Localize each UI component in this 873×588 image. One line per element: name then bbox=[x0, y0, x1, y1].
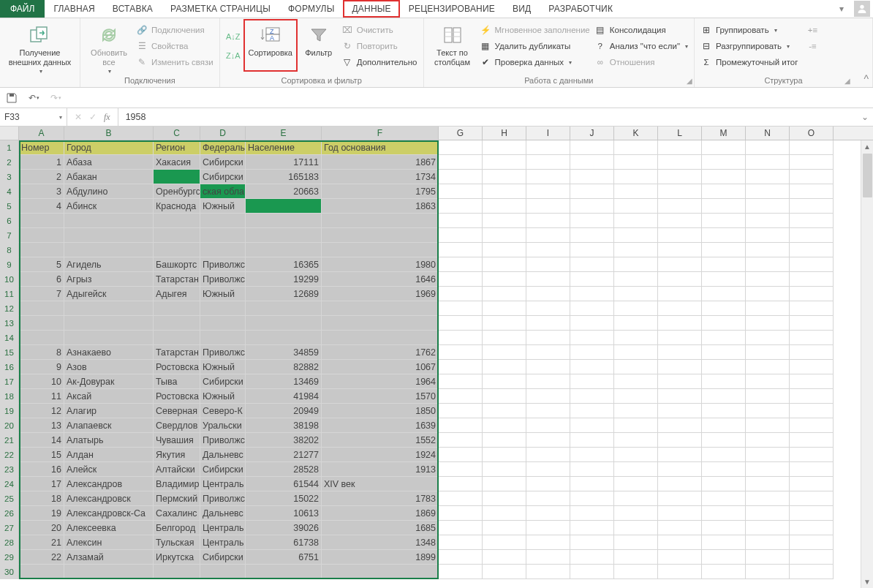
row-header[interactable]: 29 bbox=[0, 550, 19, 565]
select-all-corner[interactable] bbox=[0, 127, 19, 140]
cell[interactable]: 19 bbox=[19, 506, 64, 521]
cell[interactable] bbox=[658, 550, 702, 565]
cell[interactable] bbox=[658, 243, 702, 257]
cell[interactable]: 41984 bbox=[246, 389, 322, 404]
cell[interactable]: Абаза bbox=[64, 155, 154, 170]
cell[interactable] bbox=[526, 214, 570, 228]
cell[interactable] bbox=[154, 228, 200, 243]
cell[interactable] bbox=[658, 521, 702, 535]
cell[interactable]: Южный bbox=[200, 287, 246, 301]
cell[interactable]: 1795 bbox=[322, 184, 439, 199]
cell[interactable] bbox=[614, 301, 658, 316]
cell[interactable]: 12 bbox=[19, 404, 64, 418]
cell[interactable] bbox=[483, 477, 526, 491]
cell[interactable] bbox=[526, 360, 570, 374]
cell[interactable]: Татарстан bbox=[154, 345, 200, 360]
scroll-thumb[interactable] bbox=[863, 154, 872, 197]
cell[interactable] bbox=[658, 448, 702, 462]
cell[interactable] bbox=[658, 301, 702, 316]
cell[interactable] bbox=[790, 243, 834, 257]
cell[interactable] bbox=[658, 565, 702, 579]
row-header[interactable]: 15 bbox=[0, 345, 19, 360]
cell[interactable]: Централь bbox=[200, 477, 246, 491]
cell[interactable]: Северная bbox=[154, 404, 200, 418]
cell[interactable] bbox=[439, 521, 483, 535]
get-external-data-button[interactable]: Получение внешних данных ▾ bbox=[6, 20, 74, 75]
cell[interactable] bbox=[614, 448, 658, 462]
cell[interactable] bbox=[790, 228, 834, 243]
cell[interactable]: 13469 bbox=[246, 374, 322, 389]
row-header[interactable]: 24 bbox=[0, 477, 19, 491]
cell[interactable] bbox=[19, 243, 64, 257]
cell[interactable] bbox=[746, 448, 790, 462]
cell[interactable] bbox=[570, 287, 614, 301]
cell[interactable] bbox=[483, 214, 526, 228]
what-if-button[interactable]: ?Анализ "что если"▾ bbox=[594, 38, 688, 54]
cell[interactable] bbox=[702, 462, 746, 477]
cell[interactable]: 20 bbox=[19, 521, 64, 535]
cell[interactable] bbox=[439, 433, 483, 448]
data-validation-button[interactable]: ✔Проверка данных▾ bbox=[480, 54, 590, 70]
cell[interactable] bbox=[614, 491, 658, 506]
cell[interactable]: Уральски bbox=[200, 418, 246, 433]
cell[interactable] bbox=[570, 345, 614, 360]
cell[interactable] bbox=[614, 418, 658, 433]
tab-data[interactable]: ДАННЫЕ bbox=[343, 0, 399, 18]
cell[interactable]: Тыва bbox=[154, 374, 200, 389]
cell[interactable] bbox=[658, 477, 702, 491]
cell[interactable]: 1964 bbox=[322, 374, 439, 389]
cell[interactable] bbox=[19, 301, 64, 316]
cell[interactable] bbox=[64, 214, 154, 228]
cell[interactable] bbox=[790, 462, 834, 477]
cell[interactable] bbox=[702, 243, 746, 257]
cell[interactable]: Азов bbox=[64, 360, 154, 374]
insert-function-icon[interactable]: fx bbox=[104, 112, 110, 123]
cell[interactable] bbox=[439, 184, 483, 199]
cell[interactable] bbox=[483, 170, 526, 184]
cell[interactable]: Алатырь bbox=[64, 433, 154, 448]
cell[interactable]: 1867 bbox=[322, 155, 439, 170]
cell[interactable] bbox=[483, 228, 526, 243]
cell[interactable]: Сибирски bbox=[200, 462, 246, 477]
cell[interactable] bbox=[526, 243, 570, 257]
cell[interactable]: Хакасия bbox=[154, 155, 200, 170]
cell[interactable] bbox=[439, 404, 483, 418]
formula-input[interactable]: 1958 bbox=[118, 108, 857, 126]
cell[interactable] bbox=[154, 316, 200, 331]
cell[interactable] bbox=[439, 155, 483, 170]
cell[interactable] bbox=[790, 433, 834, 448]
cell[interactable] bbox=[526, 199, 570, 214]
cell[interactable]: 1762 bbox=[322, 345, 439, 360]
cell[interactable] bbox=[702, 140, 746, 155]
cell[interactable] bbox=[614, 433, 658, 448]
cell[interactable]: 16 bbox=[19, 462, 64, 477]
cell[interactable] bbox=[746, 565, 790, 579]
cell[interactable] bbox=[614, 214, 658, 228]
user-account-icon[interactable] bbox=[854, 1, 870, 17]
cell[interactable] bbox=[702, 155, 746, 170]
col-header[interactable]: K bbox=[614, 127, 658, 140]
cell[interactable]: 1899 bbox=[322, 550, 439, 565]
cell[interactable]: 8 bbox=[19, 345, 64, 360]
cell[interactable]: 22 bbox=[19, 550, 64, 565]
relationships-button[interactable]: ∞Отношения bbox=[594, 54, 688, 70]
cell[interactable] bbox=[614, 331, 658, 345]
cell[interactable] bbox=[570, 243, 614, 257]
col-header[interactable]: E bbox=[246, 127, 322, 140]
cell[interactable]: 165183 bbox=[246, 170, 322, 184]
cell[interactable] bbox=[658, 331, 702, 345]
cell[interactable]: 38198 bbox=[246, 418, 322, 433]
cell[interactable]: Сахалинс bbox=[154, 506, 200, 521]
cell[interactable]: Аксай bbox=[64, 389, 154, 404]
cell[interactable] bbox=[246, 565, 322, 579]
cell[interactable] bbox=[439, 316, 483, 331]
cell[interactable] bbox=[702, 418, 746, 433]
row-header[interactable]: 28 bbox=[0, 535, 19, 550]
cell[interactable] bbox=[200, 214, 246, 228]
connections-button[interactable]: 🔗Подключения bbox=[136, 22, 213, 38]
consolidate-button[interactable]: ▤Консолидация bbox=[594, 22, 688, 38]
cell[interactable]: Южный bbox=[200, 360, 246, 374]
col-header[interactable]: H bbox=[483, 127, 526, 140]
cell[interactable] bbox=[702, 389, 746, 404]
tab-developer[interactable]: РАЗРАБОТЧИК bbox=[540, 0, 621, 18]
